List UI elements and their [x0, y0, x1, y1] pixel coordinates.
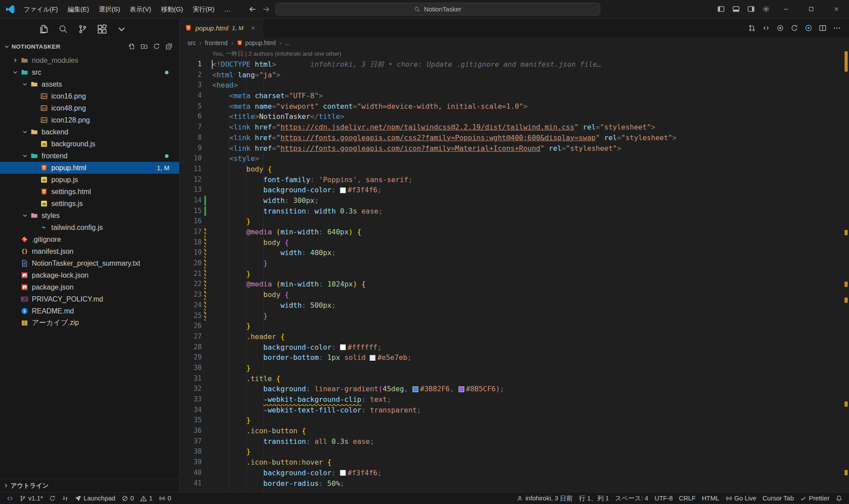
run-action-icon[interactable]	[803, 23, 814, 33]
open-preview-icon[interactable]	[761, 23, 771, 33]
launchpad[interactable]: Launchpad	[72, 493, 119, 504]
sync-changes[interactable]	[46, 493, 59, 504]
tree-file-settings-js[interactable]: JSsettings.js	[0, 198, 179, 210]
toggle-panel-icon[interactable]	[728, 0, 743, 18]
code-line[interactable]: 6 <title>NotionTasker</title>	[180, 111, 849, 122]
tree-file-gitignore[interactable]: .gitignore	[0, 233, 179, 245]
tree-file-privacy-policy-md[interactable]: PRIVACY_POLICY.md	[0, 293, 179, 305]
language-mode[interactable]: HTML	[699, 493, 722, 504]
manage-layout-icon[interactable]	[758, 0, 773, 18]
code-line[interactable]: 4 <meta charset="UTF-8">	[180, 91, 849, 101]
tree-file-tailwind-config-js[interactable]: tailwind.config.js	[0, 221, 179, 233]
tree-file-manifest-json[interactable]: {}manifest.json	[0, 245, 179, 257]
code-line[interactable]: 10 <style>	[180, 153, 849, 164]
tree-file-package-json[interactable]: package.json	[0, 281, 179, 293]
code-editor[interactable]: You, 一昨日 | 2 authors (infohiroki and one…	[180, 49, 849, 492]
code-line[interactable]: 29 border-bottom: 1px solid #e5e7eb;	[180, 352, 849, 363]
tree-file-icon16-png[interactable]: icon16.png	[0, 90, 179, 102]
split-editor-icon[interactable]	[817, 23, 828, 33]
code-line[interactable]: 31 .title {	[180, 374, 849, 384]
tree-file-notiontasker-project-summary-txt[interactable]: NotionTasker_project_summary.txt	[0, 257, 179, 269]
code-line[interactable]: 12 font-family: 'Poppins', sans-serif;	[180, 175, 849, 185]
tree-file-package-lock-json[interactable]: package-lock.json	[0, 269, 179, 281]
menu-item[interactable]: 表示(V)	[125, 0, 156, 19]
code-line[interactable]: 22 @media (min-width: 1024px) {	[180, 279, 849, 290]
tree-folder-backend[interactable]: backend	[0, 126, 179, 138]
tree-folder-frontend[interactable]: frontend	[0, 150, 179, 162]
encoding[interactable]: UTF-8	[651, 493, 676, 504]
code-line[interactable]: 35 }	[180, 415, 849, 426]
breadcrumb-item[interactable]: popup.html	[237, 39, 275, 46]
code-line[interactable]: 19 width: 400px;	[180, 248, 849, 258]
remote-indicator[interactable]	[4, 493, 16, 504]
code-line[interactable]: 2<html lang="ja">	[180, 70, 849, 80]
code-line[interactable]: 23 body {	[180, 290, 849, 300]
code-line[interactable]: 7 <link href="https://cdn.jsdelivr.net/n…	[180, 122, 849, 133]
menu-item[interactable]: ファイル(F)	[19, 0, 63, 19]
tree-file-readme-md[interactable]: README.md	[0, 305, 179, 317]
code-line[interactable]: 27 .header {	[180, 332, 849, 342]
sidebar-explorer-icon[interactable]	[36, 22, 51, 37]
go-live[interactable]: Go Live	[723, 493, 760, 504]
git-branch[interactable]: v1.1*	[16, 493, 46, 504]
command-center-search[interactable]: NotionTasker	[275, 3, 600, 15]
code-line[interactable]: 38 }	[180, 447, 849, 457]
tree-file-background-js[interactable]: JSbackground.js	[0, 138, 179, 150]
code-line[interactable]: 28 background-color: #ffffff;	[180, 342, 849, 353]
menu-item[interactable]: 移動(G)	[156, 0, 188, 19]
breadcrumb-item[interactable]: ...	[285, 39, 290, 46]
code-line[interactable]: 41 border-radius: 50%;	[180, 478, 849, 489]
code-line[interactable]: 37 transition: all 0.3s ease;	[180, 436, 849, 447]
toggle-record-icon[interactable]	[775, 23, 785, 33]
blame-author[interactable]: infohiroki, 3 日前	[513, 493, 576, 504]
notifications[interactable]	[833, 493, 845, 504]
chevron-down-icon[interactable]	[4, 43, 10, 50]
code-line[interactable]: 16 }	[180, 216, 849, 227]
refresh-explorer-icon[interactable]	[152, 42, 161, 51]
cursor-position[interactable]: 行 1、列 1	[576, 493, 612, 504]
window-minimize-icon[interactable]	[773, 0, 799, 18]
eol[interactable]: CRLF	[676, 493, 699, 504]
tree-file-popup-html[interactable]: popup.html1, M	[0, 162, 179, 174]
code-line[interactable]: 32 background: linear-gradient(45deg, #3…	[180, 384, 849, 394]
window-maximize-icon[interactable]	[799, 0, 824, 18]
code-line[interactable]: 13 background-color: #f3f4f6;	[180, 185, 849, 195]
forward-icon[interactable]	[262, 5, 270, 13]
additional-views-icon[interactable]	[114, 22, 129, 37]
breadcrumb-item[interactable]: frontend	[205, 39, 227, 46]
sidebar-search-icon[interactable]	[56, 22, 71, 37]
new-file-icon[interactable]	[127, 42, 137, 51]
tree-file-icon48-png[interactable]: icon48.png	[0, 102, 179, 114]
window-close-icon[interactable]	[824, 0, 849, 18]
menu-item[interactable]: 選択(S)	[94, 0, 125, 19]
cursor-tab[interactable]: Cursor Tab	[760, 493, 797, 504]
tree-file-icon128-png[interactable]: icon128.png	[0, 114, 179, 126]
outline-section[interactable]: アウトライン	[0, 479, 179, 492]
code-line[interactable]: 40 background-color: #f3f4f6;	[180, 468, 849, 478]
code-line[interactable]: 11 body {	[180, 164, 849, 175]
code-line[interactable]: 36 .icon-button {	[180, 426, 849, 436]
sidebar-source-control-icon[interactable]	[75, 22, 90, 37]
branch-compare[interactable]	[59, 493, 72, 504]
code-line[interactable]: 3<head>	[180, 80, 849, 91]
tab-close-icon[interactable]	[249, 23, 257, 32]
code-line[interactable]: 21 }	[180, 269, 849, 279]
code-line[interactable]: 1<!DOCTYPE html> infohiroki, 3 日前 • chor…	[180, 59, 849, 70]
sidebar-extensions-icon[interactable]	[95, 22, 110, 37]
code-line[interactable]: 15 transition: width 0.3s ease;	[180, 206, 849, 217]
tab-popup-html[interactable]: popup.html 1, M	[180, 19, 263, 37]
code-line[interactable]: 9 <link href="https://fonts.googleapis.c…	[180, 143, 849, 154]
menu-item[interactable]: 編集(E)	[63, 0, 94, 19]
tree-folder-styles[interactable]: styles	[0, 210, 179, 221]
code-line[interactable]: 14 width: 300px;	[180, 195, 849, 206]
prettier[interactable]: Prettier	[797, 493, 833, 504]
code-line[interactable]: 17 @media (min-width: 640px) {	[180, 227, 849, 237]
back-icon[interactable]	[249, 5, 257, 13]
tree-folder-assets[interactable]: assets	[0, 78, 179, 90]
tree-folder-node-modules[interactable]: node_modules	[0, 54, 179, 66]
breadcrumb-item[interactable]: src	[187, 39, 196, 46]
tree-file-settings-html[interactable]: settings.html	[0, 186, 179, 198]
warnings[interactable]: 1	[137, 493, 156, 504]
toggle-secondary-sidebar-icon[interactable]	[743, 0, 758, 18]
indentation[interactable]: スペース: 4	[612, 493, 651, 504]
